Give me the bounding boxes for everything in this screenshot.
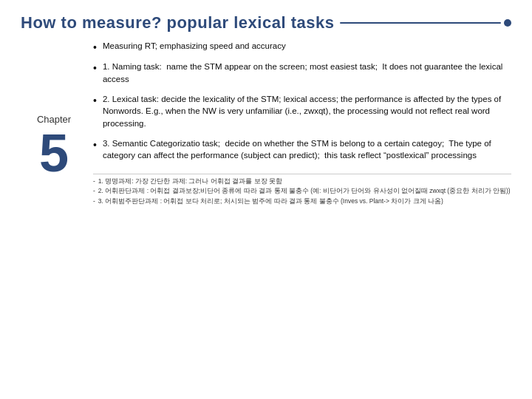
bullet-item-2: • 1. Naming task: name the STM appear on… xyxy=(93,61,511,85)
small-notes: - 1. 명명과제: 가장 간단한 과제: 그러나 어휘접 결과를 보장 못함 … xyxy=(93,174,511,207)
chapter-number: 5 xyxy=(39,126,69,180)
title-bar: How to measure? popular lexical tasks xyxy=(21,13,511,33)
bullet-dot-3: • xyxy=(93,93,97,130)
note-text-2: 2. 어휘판단과제 : 어휘접 결과보장;비단어 종류에 따라 결과 통제 불충… xyxy=(98,187,511,195)
bullet-item-1: • Measuring RT; emphasizing speed and ac… xyxy=(93,40,511,55)
note-text-1: 1. 명명과제: 가장 간단한 과제: 그러나 어휘접 결과를 보장 못함 xyxy=(98,177,511,185)
bullet-item-4: • 3. Semantic Categorizatio task; decide… xyxy=(93,137,511,162)
note-text-3: 3. 어휘범주판단과제 : 어휘접 보다 처리로; 처시되는 범주에 따라 결과… xyxy=(98,197,511,205)
note-dash-1: - xyxy=(93,177,95,185)
bullet-text-4: 3. Semantic Categorizatio task; decide o… xyxy=(103,137,511,162)
page: How to measure? popular lexical tasks Ch… xyxy=(0,0,532,399)
note-item-1: - 1. 명명과제: 가장 간단한 과제: 그러나 어휘접 결과를 보장 못함 xyxy=(93,177,511,185)
bullet-dot-4: • xyxy=(93,137,97,162)
bullet-text-1: Measuring RT; emphasizing speed and accu… xyxy=(103,40,511,55)
right-panel: • Measuring RT; emphasizing speed and ac… xyxy=(87,40,511,389)
content-area: Chapter 5 • Measuring RT; emphasizing sp… xyxy=(21,40,511,389)
note-item-3: - 3. 어휘범주판단과제 : 어휘접 보다 처리로; 처시되는 범주에 따라 … xyxy=(93,197,511,205)
bullet-item-3: • 2. Lexical task: decide the lexicality… xyxy=(93,93,511,130)
left-panel: Chapter 5 xyxy=(21,40,87,389)
bullet-text-2: 1. Naming task: name the STM appear on t… xyxy=(103,61,511,85)
bullet-dot-1: • xyxy=(93,40,97,55)
bullet-dot-2: • xyxy=(93,61,97,85)
title-dot xyxy=(504,19,511,27)
page-title: How to measure? popular lexical tasks xyxy=(21,13,334,33)
note-item-2: - 2. 어휘판단과제 : 어휘접 결과보장;비단어 종류에 따라 결과 통제 … xyxy=(93,187,511,195)
note-dash-2: - xyxy=(93,187,95,195)
title-underline xyxy=(340,22,501,24)
note-dash-3: - xyxy=(93,197,95,205)
bullet-text-3: 2. Lexical task: decide the lexicality o… xyxy=(103,93,511,130)
